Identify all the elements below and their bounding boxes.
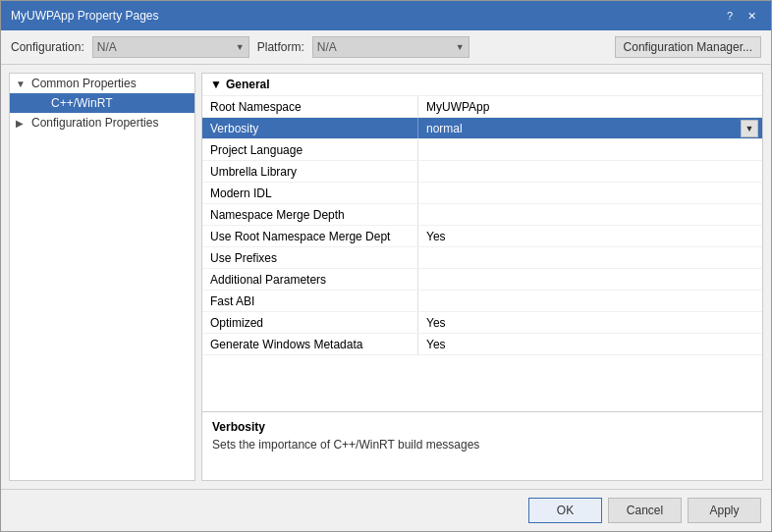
description-text: Sets the importance of C++/WinRT build m… (212, 438, 752, 452)
prop-value-additional-parameters (418, 269, 762, 290)
prop-dropdown-arrow-verbosity[interactable]: ▼ (741, 120, 758, 137)
tree-item-label: Common Properties (31, 77, 137, 90)
prop-row-fast-abi[interactable]: Fast ABI (202, 291, 762, 312)
tree-item-label: C++/WinRT (51, 96, 112, 110)
property-pages-dialog: MyUWPApp Property Pages ? ✕ Configuratio… (0, 0, 772, 532)
platform-dropdown[interactable]: N/A ▼ (312, 36, 469, 58)
prop-name-use-prefixes: Use Prefixes (202, 247, 418, 268)
prop-name-namespace-merge-depth: Namespace Merge Depth (202, 204, 418, 225)
platform-label: Platform: (257, 40, 304, 54)
dialog-title: MyUWPApp Property Pages (11, 9, 159, 23)
section-label: General (226, 78, 270, 91)
help-button[interactable]: ? (720, 7, 740, 25)
prop-row-use-prefixes[interactable]: Use Prefixes (202, 247, 762, 269)
ok-button[interactable]: OK (528, 498, 602, 523)
prop-value-use-root-namespace: Yes (418, 226, 762, 246)
prop-name-fast-abi: Fast ABI (202, 291, 418, 311)
prop-value-use-prefixes (418, 247, 762, 268)
platform-value: N/A (317, 40, 337, 54)
prop-row-project-language[interactable]: Project Language (202, 139, 762, 161)
prop-name-use-root-namespace: Use Root Namespace Merge Dept (202, 226, 418, 246)
prop-name-generate-windows-metadata: Generate Windows Metadata (202, 334, 418, 354)
prop-name-modern-idl: Modern IDL (202, 183, 418, 203)
prop-value-fast-abi (418, 291, 762, 311)
cancel-button[interactable]: Cancel (608, 498, 682, 523)
tree-panel: ▼Common PropertiesC++/WinRT▶Configuratio… (9, 73, 195, 481)
apply-button[interactable]: Apply (688, 498, 761, 523)
configuration-dropdown-arrow: ▼ (236, 42, 245, 52)
prop-row-umbrella-library[interactable]: Umbrella Library (202, 161, 762, 183)
prop-name-optimized: Optimized (202, 312, 418, 333)
main-content: ▼Common PropertiesC++/WinRT▶Configuratio… (1, 65, 771, 489)
prop-row-generate-windows-metadata[interactable]: Generate Windows MetadataYes (202, 334, 762, 355)
description-panel: Verbosity Sets the importance of C++/Win… (202, 411, 762, 480)
title-bar-buttons: ? ✕ (720, 7, 761, 25)
description-title: Verbosity (212, 420, 752, 434)
tree-item-label: Configuration Properties (31, 116, 158, 130)
prop-name-additional-parameters: Additional Parameters (202, 269, 418, 290)
close-button[interactable]: ✕ (742, 7, 761, 25)
prop-value-root-namespace: MyUWPApp (418, 96, 762, 117)
prop-value-modern-idl (418, 183, 762, 203)
prop-value-umbrella-library (418, 161, 762, 182)
prop-row-verbosity[interactable]: Verbositynormal▼ (202, 118, 762, 139)
button-bar: OK Cancel Apply (1, 489, 771, 531)
configuration-manager-button[interactable]: Configuration Manager... (615, 36, 761, 58)
section-expand-icon: ▼ (210, 78, 222, 91)
prop-row-namespace-merge-depth[interactable]: Namespace Merge Depth (202, 204, 762, 226)
tree-item-config-properties[interactable]: ▶Configuration Properties (10, 113, 194, 133)
config-bar: Configuration: N/A ▼ Platform: N/A ▼ Con… (1, 30, 771, 65)
tree-item-common-properties[interactable]: ▼Common Properties (10, 74, 194, 93)
properties-table: Root NamespaceMyUWPAppVerbositynormal▼Pr… (202, 96, 762, 411)
prop-name-verbosity: Verbosity (202, 118, 418, 138)
tree-item-cpp-winrt[interactable]: C++/WinRT (10, 93, 194, 113)
prop-name-root-namespace: Root Namespace (202, 96, 418, 117)
prop-row-modern-idl[interactable]: Modern IDL (202, 183, 762, 204)
tree-expand-icon: ▼ (16, 79, 28, 89)
configuration-value: N/A (97, 40, 117, 54)
prop-row-root-namespace[interactable]: Root NamespaceMyUWPApp (202, 96, 762, 118)
prop-row-additional-parameters[interactable]: Additional Parameters (202, 269, 762, 291)
prop-value-project-language (418, 139, 762, 160)
section-header: ▼ General (202, 74, 762, 96)
title-bar: MyUWPApp Property Pages ? ✕ (1, 1, 771, 30)
prop-row-use-root-namespace[interactable]: Use Root Namespace Merge DeptYes (202, 226, 762, 247)
configuration-label: Configuration: (11, 40, 84, 54)
prop-value-verbosity[interactable]: normal▼ (418, 118, 762, 138)
platform-dropdown-arrow: ▼ (456, 42, 465, 52)
prop-name-project-language: Project Language (202, 139, 418, 160)
prop-value-generate-windows-metadata: Yes (418, 334, 762, 354)
prop-name-umbrella-library: Umbrella Library (202, 161, 418, 182)
tree-expand-icon: ▶ (16, 118, 28, 129)
prop-value-namespace-merge-depth (418, 204, 762, 225)
prop-value-optimized: Yes (418, 312, 762, 333)
prop-row-optimized[interactable]: OptimizedYes (202, 312, 762, 334)
configuration-dropdown[interactable]: N/A ▼ (92, 36, 249, 58)
properties-panel: ▼ General Root NamespaceMyUWPAppVerbosit… (201, 73, 763, 481)
